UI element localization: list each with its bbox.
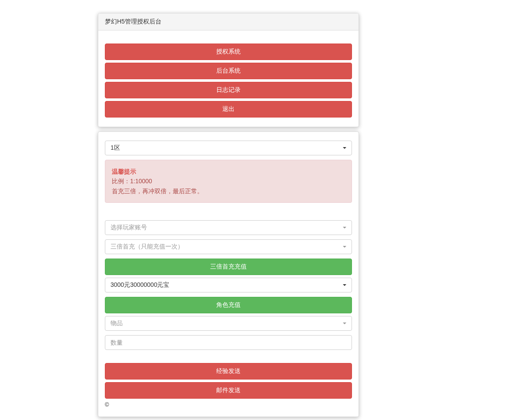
copyright: © (105, 401, 352, 410)
auth-system-button[interactable]: 授权系统 (105, 44, 352, 60)
chevron-down-icon (343, 284, 346, 286)
chevron-down-icon (343, 246, 346, 248)
tip-line1: 比例：1:10000 (112, 178, 152, 185)
amount-select[interactable]: 3000元30000000元宝 (105, 278, 352, 292)
triple-first-charge-button[interactable]: 三倍首充充值 (105, 259, 352, 275)
chevron-down-icon (343, 227, 346, 228)
exp-send-button[interactable]: 经验发送 (105, 363, 352, 380)
tip-line2: 首充三倍，再冲双倍，最后正常。 (112, 188, 203, 195)
first-charge-placeholder: 三倍首充（只能充值一次） (111, 243, 184, 250)
chevron-down-icon (343, 147, 346, 149)
main-panel: 1区 温馨提示 比例：1:10000 首充三倍，再冲双倍，最后正常。 选择玩家账… (98, 131, 359, 417)
logout-button[interactable]: 退出 (105, 101, 352, 118)
mail-send-button[interactable]: 邮件发送 (105, 382, 352, 399)
item-select-placeholder: 物品 (111, 319, 123, 326)
tip-alert: 温馨提示 比例：1:10000 首充三倍，再冲双倍，最后正常。 (105, 160, 352, 203)
zone-select-value: 1区 (111, 144, 120, 151)
panel-title: 梦幻H5管理授权后台 (98, 13, 359, 30)
backend-system-button[interactable]: 后台系统 (105, 63, 352, 79)
first-charge-select[interactable]: 三倍首充（只能充值一次） (105, 239, 352, 254)
player-account-placeholder: 选择玩家账号 (111, 224, 147, 231)
nav-panel: 梦幻H5管理授权后台 授权系统 后台系统 日志记录 退出 (98, 13, 359, 127)
log-record-button[interactable]: 日志记录 (105, 82, 352, 98)
amount-select-value: 3000元30000000元宝 (111, 281, 169, 288)
tip-title: 温馨提示 (112, 168, 136, 175)
quantity-input[interactable] (105, 335, 352, 350)
role-charge-button[interactable]: 角色充值 (105, 297, 352, 313)
chevron-down-icon (343, 323, 346, 324)
zone-select[interactable]: 1区 (105, 141, 352, 155)
player-account-select[interactable]: 选择玩家账号 (105, 220, 352, 235)
item-select[interactable]: 物品 (105, 316, 352, 331)
